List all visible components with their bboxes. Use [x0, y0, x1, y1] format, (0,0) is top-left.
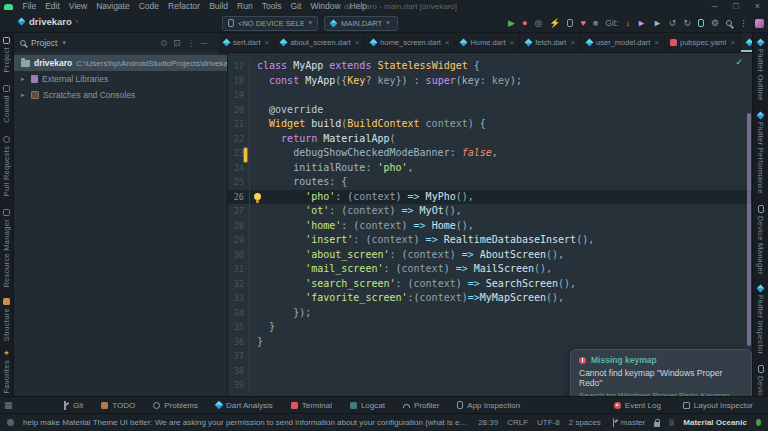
- hot-reload-button[interactable]: ⚡: [549, 15, 560, 31]
- gutter-marker[interactable]: [243, 147, 248, 163]
- code-line-32[interactable]: 32 'search_screen': (context) => SearchS…: [228, 277, 752, 292]
- tree-row-scratches[interactable]: ▸ Scratches and Consoles: [14, 87, 227, 103]
- tab-about-screen-dart[interactable]: about_screen.dart ×: [275, 33, 365, 52]
- code-line-19[interactable]: 19: [228, 88, 752, 103]
- tool-problems[interactable]: Problems: [144, 397, 207, 413]
- sidebar-item-project[interactable]: Project: [2, 37, 11, 72]
- menu-file[interactable]: File: [18, 0, 41, 13]
- tool-logcat[interactable]: Logcat: [341, 397, 394, 413]
- history-button[interactable]: ↺: [669, 15, 677, 31]
- code-line-33[interactable]: 33 'favorite_screen':(context)=>MyMapScr…: [228, 291, 752, 306]
- code-line-30[interactable]: 30 'about_screen': (context) => AboutScr…: [228, 248, 752, 263]
- close-button[interactable]: ×: [755, 0, 760, 13]
- cursor-position[interactable]: 28:39: [478, 418, 498, 427]
- coverage-button[interactable]: ◎: [534, 15, 542, 31]
- line-ending-indicator[interactable]: CRLF: [507, 418, 528, 427]
- indent-indicator[interactable]: 2 spaces: [569, 418, 601, 427]
- readonly-lock-icon[interactable]: [654, 422, 660, 427]
- user-avatar[interactable]: [755, 19, 764, 28]
- sidebar-item-resource-manager[interactable]: Resource Manager: [2, 209, 11, 288]
- menu-edit[interactable]: Edit: [41, 0, 65, 13]
- close-tab-icon[interactable]: ×: [265, 38, 270, 47]
- menu-view[interactable]: View: [64, 0, 91, 13]
- minimize-button[interactable]: –: [712, 0, 717, 13]
- more-options-icon[interactable]: ⋮: [739, 15, 748, 31]
- search-everywhere-icon[interactable]: [726, 20, 732, 26]
- sidebar-item-flutter-outline[interactable]: Flutter Outline: [756, 39, 765, 101]
- device-manager-icon[interactable]: [698, 19, 704, 27]
- tree-row-drivekaro[interactable]: drivekaro C:\Users\hp\AndroidStudioProje…: [14, 55, 227, 71]
- device-selector-dropdown[interactable]: <NO DEVICE SELECTED> ▾: [222, 16, 318, 31]
- menu-window[interactable]: Window: [306, 0, 345, 13]
- close-tab-icon[interactable]: ×: [445, 38, 450, 47]
- code-line-18[interactable]: 18 const MyApp({Key? key}) : super(key: …: [228, 74, 752, 89]
- close-tab-icon[interactable]: ×: [654, 38, 659, 47]
- inspections-ok-icon[interactable]: ✓: [735, 57, 743, 67]
- menu-tools[interactable]: Tools: [257, 0, 286, 13]
- code-line-20[interactable]: 20 @override: [228, 103, 752, 118]
- restore-button[interactable]: ↻: [683, 15, 691, 31]
- flutter-attach-button[interactable]: ♥: [580, 15, 585, 31]
- status-message[interactable]: help make Material Theme UI better: We a…: [23, 418, 469, 427]
- tool-event-log[interactable]: Event Log: [605, 401, 670, 410]
- notification-balloon[interactable]: Missing keymap Cannot find keymap "Windo…: [570, 349, 752, 396]
- tool-todo[interactable]: TODO: [92, 397, 144, 413]
- close-tab-icon[interactable]: ×: [730, 38, 735, 47]
- menu-refactor[interactable]: Refactor: [164, 0, 205, 13]
- code-line-35[interactable]: 35 }: [228, 320, 752, 335]
- hide-panel-icon[interactable]: ─: [201, 38, 207, 48]
- menu-build[interactable]: Build: [205, 0, 233, 13]
- git-update-button[interactable]: ↓: [625, 15, 630, 31]
- code-line-34[interactable]: 34 });: [228, 306, 752, 321]
- sidebar-item-flutter-performance[interactable]: Flutter Performance: [756, 112, 765, 194]
- code-line-27[interactable]: 27 'ot': (context) => MyOt(),: [228, 204, 752, 219]
- sidebar-item-flutter-inspector[interactable]: Flutter Inspector: [756, 285, 765, 354]
- code-line-17[interactable]: 17class MyApp extends StatelessWidget {: [228, 59, 752, 74]
- panel-options-icon[interactable]: ⋮: [186, 38, 195, 48]
- editor-scrollbar[interactable]: [747, 113, 751, 346]
- tool-terminal[interactable]: Terminal: [282, 397, 341, 413]
- run-config-dropdown[interactable]: MAIN.DART ▾: [324, 16, 398, 31]
- tool-window-switcher-icon[interactable]: ▦: [4, 400, 13, 410]
- tree-row-external-libraries[interactable]: ▸ External Libraries: [14, 71, 227, 87]
- code-line-31[interactable]: 31 'mail_screen': (context) => MailScree…: [228, 262, 752, 277]
- close-tab-icon[interactable]: ×: [355, 38, 360, 47]
- code-line-21[interactable]: 21 Widget build(BuildContext context) {: [228, 117, 752, 132]
- settings-icon[interactable]: ⚙: [711, 15, 719, 31]
- menu-git[interactable]: Git: [286, 0, 306, 13]
- tool-app-inspection[interactable]: App Inspection: [448, 397, 529, 413]
- close-tab-icon[interactable]: ×: [570, 38, 575, 47]
- run-button[interactable]: ▶: [508, 15, 515, 31]
- menu-code[interactable]: Code: [134, 0, 163, 13]
- sidebar-item-device-manager[interactable]: Device Manager: [756, 205, 765, 275]
- tab-home-dart[interactable]: Home.dart ×: [455, 33, 520, 52]
- sidebar-item-pull-requests[interactable]: Pull Requests: [2, 136, 11, 196]
- close-tab-icon[interactable]: ×: [509, 38, 514, 47]
- code-line-24[interactable]: 24 initialRoute: 'pho',: [228, 161, 752, 176]
- menu-navigate[interactable]: Navigate: [92, 0, 135, 13]
- maximize-button[interactable]: □: [733, 0, 738, 13]
- git-branch-widget[interactable]: master: [610, 418, 645, 427]
- tab-home-screen-dart[interactable]: home_screen.dart ×: [365, 33, 455, 52]
- tool-git[interactable]: Git: [52, 397, 92, 413]
- search-icon[interactable]: [20, 40, 26, 46]
- tool-dart-analysis[interactable]: Dart Analysis: [207, 397, 282, 413]
- sidebar-item-commit[interactable]: Commit: [2, 85, 11, 123]
- resume-button[interactable]: ►: [653, 15, 662, 31]
- attach-device-icon[interactable]: [567, 19, 573, 27]
- theme-name[interactable]: Material Oceanic: [683, 418, 747, 427]
- code-line-25[interactable]: 25 routes: {: [228, 175, 752, 190]
- tab-fetch-dart[interactable]: fetch.dart ×: [520, 33, 581, 52]
- git-push-button[interactable]: ►: [637, 15, 646, 31]
- tool-profiler[interactable]: Profiler: [394, 397, 448, 413]
- tab-insert-dart[interactable]: sert.dart ×: [218, 33, 275, 52]
- code-line-28[interactable]: 28 'home': (context) => Home(),: [228, 219, 752, 234]
- collapse-all-icon[interactable]: ⊡: [173, 38, 180, 48]
- locate-file-icon[interactable]: ⊙: [160, 38, 167, 48]
- code-line-29[interactable]: 29 'insert': (context) => RealtimeDataba…: [228, 233, 752, 248]
- code-line-23[interactable]: 23 debugShowCheckedModeBanner: false,: [228, 146, 752, 161]
- debug-button[interactable]: ●: [522, 15, 527, 31]
- menu-run[interactable]: Run: [233, 0, 258, 13]
- code-line-22[interactable]: 22 return MaterialApp(: [228, 132, 752, 147]
- tab-pubspec-yaml[interactable]: pubspec.yaml ×: [665, 33, 741, 52]
